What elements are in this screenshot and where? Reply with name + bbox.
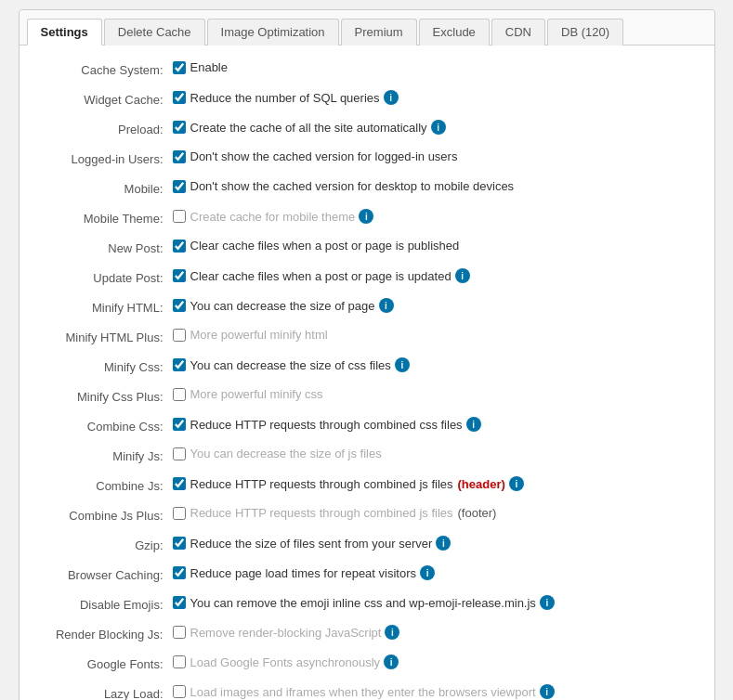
tab-exclude[interactable]: Exclude bbox=[419, 19, 490, 45]
checkbox-label-minify-html-plus[interactable]: More powerful minify html bbox=[173, 328, 328, 342]
control-mobile: Don't show the cached version for deskto… bbox=[173, 179, 696, 193]
highlight-footer: (footer) bbox=[458, 506, 497, 520]
info-icon-lazy-load[interactable]: i bbox=[540, 684, 555, 699]
info-icon-mobile-theme[interactable]: i bbox=[359, 209, 373, 224]
checkbox-preload[interactable] bbox=[173, 121, 186, 134]
checkbox-mobile[interactable] bbox=[173, 180, 186, 193]
label-minify-css-plus: Minify Css Plus: bbox=[38, 387, 173, 406]
checkbox-minify-css[interactable] bbox=[173, 358, 186, 371]
control-new-post: Clear cache files when a post or page is… bbox=[173, 239, 696, 253]
label-lazy-load: Lazy Load: bbox=[38, 684, 173, 700]
checkbox-label-update-post[interactable]: Clear cache files when a post or page is… bbox=[173, 269, 452, 283]
label-mobile-theme: Mobile Theme: bbox=[38, 209, 173, 227]
checkbox-cache-system[interactable] bbox=[173, 61, 186, 74]
setting-row-preload: Preload: Create the cache of all the sit… bbox=[38, 120, 696, 142]
checkbox-label-google-fonts[interactable]: Load Google Fonts asynchronously bbox=[173, 655, 381, 669]
checkbox-browser-caching[interactable] bbox=[173, 566, 186, 579]
checkbox-minify-html[interactable] bbox=[173, 299, 186, 312]
tab-db[interactable]: DB (120) bbox=[547, 19, 623, 45]
checkbox-combine-js[interactable] bbox=[173, 477, 186, 490]
info-icon-browser-caching[interactable]: i bbox=[420, 565, 435, 580]
checkbox-lazy-load[interactable] bbox=[173, 685, 186, 698]
checkbox-combine-css[interactable] bbox=[173, 418, 186, 431]
setting-row-minify-html: Minify HTML: You can decrease the size o… bbox=[38, 298, 696, 320]
checkbox-label-mobile[interactable]: Don't show the cached version for deskto… bbox=[173, 179, 515, 193]
setting-row-minify-css-plus: Minify Css Plus: More powerful minify cs… bbox=[38, 387, 696, 409]
checkbox-label-mobile-theme[interactable]: Create cache for mobile theme bbox=[173, 210, 356, 224]
checkbox-google-fonts[interactable] bbox=[173, 655, 186, 668]
checkbox-disable-emojis[interactable] bbox=[173, 596, 186, 609]
text-browser-caching: Reduce page load times for repeat visito… bbox=[190, 566, 417, 580]
info-icon-disable-emojis[interactable]: i bbox=[540, 595, 555, 610]
label-logged-in-users: Logged-in Users: bbox=[38, 149, 173, 168]
checkbox-new-post[interactable] bbox=[173, 240, 186, 253]
checkbox-mobile-theme[interactable] bbox=[173, 210, 186, 223]
setting-row-mobile-theme: Mobile Theme: Create cache for mobile th… bbox=[38, 209, 696, 231]
checkbox-label-combine-js-plus[interactable]: Reduce HTTP requests through combined js… bbox=[173, 506, 497, 520]
checkbox-label-gzip[interactable]: Reduce the size of files sent from your … bbox=[173, 537, 433, 551]
text-google-fonts: Load Google Fonts asynchronously bbox=[190, 655, 381, 669]
checkbox-minify-css-plus[interactable] bbox=[173, 388, 186, 401]
checkbox-combine-js-plus[interactable] bbox=[173, 507, 186, 520]
control-lazy-load: Load images and iframes when they enter … bbox=[173, 684, 696, 699]
checkbox-label-minify-css[interactable]: You can decrease the size of css files bbox=[173, 358, 391, 372]
label-gzip: Gzip: bbox=[38, 536, 173, 554]
checkbox-logged-in-users[interactable] bbox=[173, 150, 186, 163]
checkbox-minify-html-plus[interactable] bbox=[173, 329, 186, 342]
control-gzip: Reduce the size of files sent from your … bbox=[173, 536, 696, 551]
info-icon-widget-cache[interactable]: i bbox=[384, 90, 399, 105]
setting-row-combine-js: Combine Js: Reduce HTTP requests through… bbox=[38, 476, 696, 499]
checkbox-label-minify-js[interactable]: You can decrease the size of js files bbox=[173, 447, 382, 460]
checkbox-label-combine-css[interactable]: Reduce HTTP requests through combined cs… bbox=[173, 418, 463, 432]
tab-delete-cache[interactable]: Delete Cache bbox=[104, 19, 205, 45]
checkbox-render-blocking-js[interactable] bbox=[173, 626, 186, 639]
label-combine-css: Combine Css: bbox=[38, 417, 173, 435]
checkbox-label-cache-system[interactable]: Enable bbox=[173, 60, 228, 74]
checkbox-label-browser-caching[interactable]: Reduce page load times for repeat visito… bbox=[173, 566, 417, 580]
info-icon-gzip[interactable]: i bbox=[436, 536, 451, 551]
tab-settings[interactable]: Settings bbox=[27, 19, 102, 45]
checkbox-minify-js[interactable] bbox=[173, 447, 186, 460]
label-combine-js-plus: Combine Js Plus: bbox=[38, 506, 173, 525]
info-icon-update-post[interactable]: i bbox=[455, 268, 470, 283]
text-minify-html-plus: More powerful minify html bbox=[190, 328, 328, 342]
label-minify-html-plus: Minify HTML Plus: bbox=[38, 328, 173, 346]
checkbox-label-disable-emojis[interactable]: You can remove the emoji inline css and … bbox=[173, 596, 536, 610]
checkbox-update-post[interactable] bbox=[173, 269, 186, 282]
checkbox-label-logged-in-users[interactable]: Don't show the cached version for logged… bbox=[173, 149, 458, 163]
checkbox-label-lazy-load[interactable]: Load images and iframes when they enter … bbox=[173, 685, 536, 699]
checkbox-gzip[interactable] bbox=[173, 537, 186, 550]
text-lazy-load: Load images and iframes when they enter … bbox=[190, 685, 536, 699]
info-icon-combine-css[interactable]: i bbox=[466, 417, 481, 432]
info-icon-minify-css[interactable]: i bbox=[395, 357, 410, 372]
tab-image-optimization[interactable]: Image Optimization bbox=[207, 19, 339, 45]
setting-row-minify-js: Minify Js: You can decrease the size of … bbox=[38, 447, 696, 469]
checkbox-label-new-post[interactable]: Clear cache files when a post or page is… bbox=[173, 239, 460, 253]
checkbox-label-widget-cache[interactable]: Reduce the number of SQL queries bbox=[173, 91, 380, 105]
checkbox-label-preload[interactable]: Create the cache of all the site automat… bbox=[173, 121, 427, 135]
label-preload: Preload: bbox=[38, 120, 173, 138]
checkbox-label-render-blocking-js[interactable]: Remove render-blocking JavaScript bbox=[173, 626, 382, 640]
tab-cdn[interactable]: CDN bbox=[491, 19, 545, 45]
setting-row-render-blocking-js: Render Blocking Js: Remove render-blocki… bbox=[38, 625, 696, 647]
setting-row-update-post: Update Post: Clear cache files when a po… bbox=[38, 268, 696, 291]
label-update-post: Update Post: bbox=[38, 268, 173, 287]
checkbox-label-combine-js[interactable]: Reduce HTTP requests through combined js… bbox=[173, 477, 505, 491]
info-icon-minify-html[interactable]: i bbox=[379, 298, 394, 313]
info-icon-combine-js[interactable]: i bbox=[509, 476, 524, 491]
control-combine-js: Reduce HTTP requests through combined js… bbox=[173, 476, 696, 491]
info-icon-preload[interactable]: i bbox=[431, 120, 446, 135]
checkbox-label-minify-html[interactable]: You can decrease the size of page bbox=[173, 299, 375, 313]
label-cache-system: Cache System: bbox=[38, 60, 173, 79]
checkbox-widget-cache[interactable] bbox=[173, 91, 186, 104]
info-icon-google-fonts[interactable]: i bbox=[384, 655, 399, 669]
label-combine-js: Combine Js: bbox=[38, 476, 173, 495]
checkbox-label-minify-css-plus[interactable]: More powerful minify css bbox=[173, 387, 323, 401]
setting-row-minify-html-plus: Minify HTML Plus: More powerful minify h… bbox=[38, 328, 696, 350]
tab-premium[interactable]: Premium bbox=[341, 19, 417, 45]
text-minify-js: You can decrease the size of js files bbox=[190, 447, 382, 460]
text-preload: Create the cache of all the site automat… bbox=[190, 121, 427, 135]
control-minify-css-plus: More powerful minify css bbox=[173, 387, 696, 401]
control-render-blocking-js: Remove render-blocking JavaScript i bbox=[173, 625, 696, 640]
info-icon-render-blocking-js[interactable]: i bbox=[385, 625, 399, 640]
